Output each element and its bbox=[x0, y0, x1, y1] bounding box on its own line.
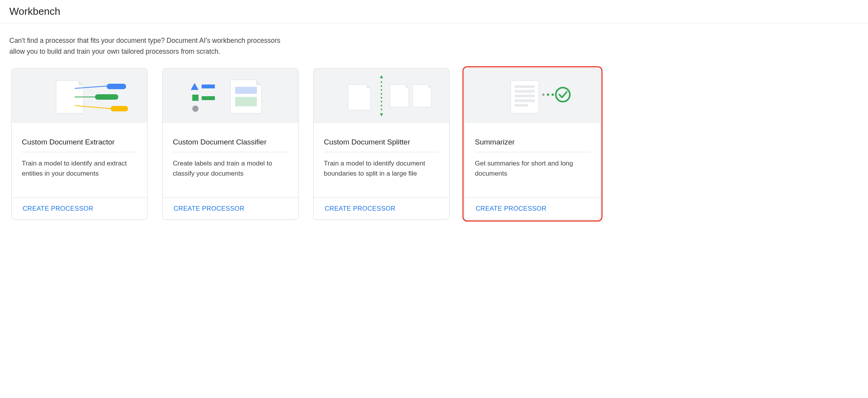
create-processor-button[interactable]: CREATE PROCESSOR bbox=[324, 203, 396, 214]
page-title: Workbench bbox=[9, 5, 859, 18]
svg-point-24 bbox=[381, 97, 382, 99]
svg-point-21 bbox=[381, 85, 382, 87]
svg-marker-18 bbox=[367, 85, 371, 88]
svg-point-41 bbox=[552, 93, 554, 96]
divider bbox=[22, 152, 137, 152]
main-content: Can't find a processor that fits your do… bbox=[0, 23, 868, 231]
svg-marker-31 bbox=[413, 85, 431, 107]
document-extractor-icon bbox=[29, 74, 130, 117]
svg-rect-37 bbox=[515, 99, 535, 102]
svg-rect-35 bbox=[515, 90, 535, 93]
summarizer-icon bbox=[490, 74, 575, 117]
document-splitter-icon bbox=[331, 74, 432, 117]
card-hero-summarizer bbox=[465, 69, 600, 123]
card-wrap-classifier: Custom Document Classifier Create labels… bbox=[160, 66, 300, 222]
svg-point-39 bbox=[542, 93, 545, 96]
divider bbox=[324, 152, 439, 152]
card-desc: Get summaries for short and long documen… bbox=[475, 158, 590, 190]
card-wrap-splitter: Custom Document Splitter Train a model t… bbox=[311, 66, 452, 222]
svg-rect-3 bbox=[107, 84, 126, 89]
card-hero-splitter bbox=[314, 69, 449, 123]
card-desc: Train a model to identify document bound… bbox=[324, 158, 439, 190]
card-title: Summarizer bbox=[475, 138, 590, 146]
svg-marker-28 bbox=[380, 113, 383, 116]
card-extractor: Custom Document Extractor Train a model … bbox=[11, 68, 148, 220]
svg-point-40 bbox=[547, 93, 549, 96]
create-processor-button[interactable]: CREATE PROCESSOR bbox=[173, 203, 245, 214]
svg-point-12 bbox=[192, 106, 199, 112]
svg-rect-11 bbox=[202, 96, 215, 100]
svg-rect-36 bbox=[515, 95, 535, 97]
card-desc: Train a model to identify and extract en… bbox=[22, 158, 137, 190]
svg-rect-10 bbox=[192, 95, 199, 101]
card-title: Custom Document Classifier bbox=[173, 138, 288, 146]
divider bbox=[173, 152, 288, 152]
card-summarizer: Summarizer Get summaries for short and l… bbox=[464, 68, 601, 220]
card-classifier: Custom Document Classifier Create labels… bbox=[162, 68, 299, 220]
svg-marker-29 bbox=[390, 85, 409, 107]
card-wrap-summarizer: Summarizer Get summaries for short and l… bbox=[462, 66, 603, 222]
svg-rect-15 bbox=[235, 87, 257, 94]
svg-point-25 bbox=[381, 101, 382, 102]
card-title: Custom Document Splitter bbox=[324, 138, 439, 146]
svg-marker-1 bbox=[79, 81, 83, 85]
card-title: Custom Document Extractor bbox=[22, 138, 137, 146]
svg-rect-38 bbox=[515, 104, 528, 107]
card-hero-classifier bbox=[163, 69, 298, 123]
svg-point-23 bbox=[381, 93, 382, 95]
card-splitter: Custom Document Splitter Train a model t… bbox=[313, 68, 450, 220]
card-desc: Create labels and train a model to class… bbox=[173, 158, 288, 190]
intro-text: Can't find a processor that fits your do… bbox=[9, 35, 282, 57]
page-header: Workbench bbox=[0, 0, 868, 23]
svg-point-42 bbox=[556, 88, 570, 102]
svg-rect-16 bbox=[235, 97, 257, 106]
create-processor-button[interactable]: CREATE PROCESSOR bbox=[22, 203, 94, 214]
cards-row: Custom Document Extractor Train a model … bbox=[9, 66, 859, 222]
divider bbox=[475, 152, 590, 152]
card-wrap-extractor: Custom Document Extractor Train a model … bbox=[9, 66, 149, 222]
svg-rect-5 bbox=[95, 94, 118, 100]
svg-rect-9 bbox=[202, 85, 215, 88]
svg-rect-34 bbox=[515, 85, 535, 88]
svg-rect-7 bbox=[111, 106, 128, 111]
svg-point-26 bbox=[381, 105, 382, 106]
svg-marker-19 bbox=[380, 75, 383, 78]
document-classifier-icon bbox=[184, 74, 277, 117]
card-hero-extractor bbox=[12, 69, 147, 123]
svg-point-27 bbox=[381, 109, 382, 110]
svg-point-22 bbox=[381, 89, 382, 91]
create-processor-button[interactable]: CREATE PROCESSOR bbox=[475, 203, 547, 214]
svg-marker-8 bbox=[191, 83, 199, 90]
svg-point-20 bbox=[381, 81, 382, 83]
